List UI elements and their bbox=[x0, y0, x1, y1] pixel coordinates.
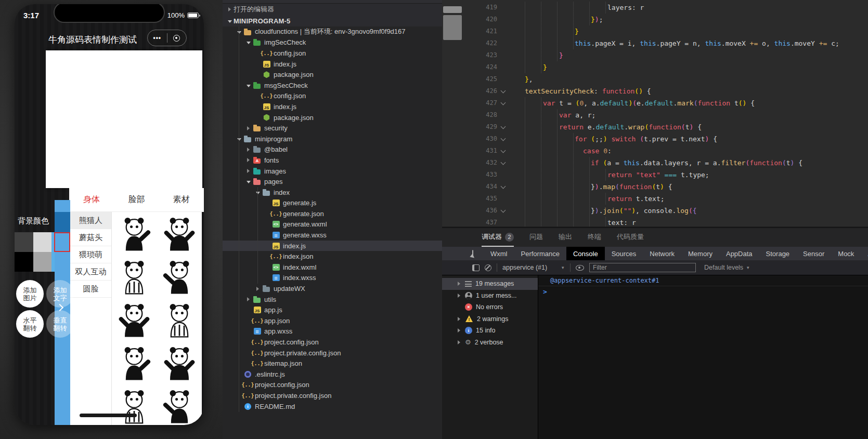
code-line[interactable]: 433return "text" === t.type; bbox=[442, 169, 868, 181]
tree-item[interactable]: generate.js bbox=[223, 198, 442, 209]
tree-item[interactable]: generate.wxss bbox=[223, 230, 442, 241]
devtools-tab-network[interactable]: Network bbox=[643, 247, 681, 260]
tree-item[interactable]: index.js bbox=[223, 59, 442, 70]
sticker-canvas[interactable] bbox=[46, 50, 202, 188]
code-editor[interactable]: 419layers: r420});421}422this.pageX = i,… bbox=[442, 0, 868, 227]
console-filter-row[interactable]: 2 warnings bbox=[442, 313, 538, 325]
tree-item[interactable]: .eslintrc.js bbox=[223, 369, 442, 380]
filter-input[interactable] bbox=[589, 263, 696, 272]
tree-item[interactable]: README.md bbox=[223, 401, 442, 412]
sidebar-toggle-icon[interactable] bbox=[472, 264, 480, 271]
devtools-tab-storage[interactable]: Storage bbox=[759, 247, 797, 260]
category-item[interactable]: 猥琐萌 bbox=[70, 246, 111, 263]
tree-item[interactable]: {..}project.private.config.json bbox=[223, 348, 442, 358]
panda-sticker[interactable] bbox=[115, 258, 153, 296]
code-line[interactable]: 424} bbox=[442, 61, 868, 73]
category-item[interactable]: 圆脸 bbox=[70, 281, 111, 298]
tree-item[interactable]: app.js bbox=[223, 304, 442, 315]
console-filter-row[interactable]: i15 info bbox=[442, 325, 538, 337]
code-line[interactable]: 427var t = (0, a.default)(e.default.mark… bbox=[442, 97, 868, 109]
category-item[interactable]: 蘑菇头 bbox=[70, 229, 111, 246]
debugger-tab[interactable]: 调试器2 bbox=[482, 228, 514, 247]
code-line[interactable]: 434}).map(function(t) { bbox=[442, 181, 868, 193]
devtools-tab-sources[interactable]: Sources bbox=[605, 247, 643, 260]
code-line[interactable]: 425}, bbox=[442, 73, 868, 85]
inspect-element-icon[interactable] bbox=[472, 250, 473, 257]
tree-item[interactable]: index.wxss bbox=[223, 273, 442, 284]
close-home-button[interactable] bbox=[167, 30, 187, 46]
clear-console-icon[interactable] bbox=[485, 264, 491, 271]
tree-item[interactable]: index.js bbox=[223, 101, 442, 112]
devtools-tab-appdata[interactable]: AppData bbox=[719, 247, 759, 260]
code-line[interactable]: 437text: r bbox=[442, 217, 868, 227]
tree-item[interactable]: @babel bbox=[223, 144, 442, 155]
tree-item[interactable]: {..}config.json bbox=[223, 91, 442, 102]
code-line[interactable]: 428var a, r; bbox=[442, 109, 868, 121]
code-line[interactable]: 429return e.default.wrap(function(t) { bbox=[442, 121, 868, 133]
fold-icon[interactable] bbox=[501, 160, 506, 165]
console-filter-row[interactable]: 1 user mess... bbox=[442, 290, 538, 302]
panda-sticker[interactable] bbox=[115, 215, 153, 252]
debugger-tab[interactable]: 输出 bbox=[559, 228, 572, 247]
devtools-tab-memory[interactable]: Memory bbox=[681, 247, 719, 260]
tree-item[interactable]: {..}project.config.json bbox=[223, 380, 442, 391]
color-swatch[interactable] bbox=[33, 252, 52, 272]
tree-item[interactable]: images bbox=[223, 166, 442, 177]
tree-item[interactable]: app.wxss bbox=[223, 326, 442, 337]
tree-item[interactable]: {..}config.json bbox=[223, 48, 442, 59]
category-item[interactable]: 双人互动 bbox=[70, 263, 111, 281]
tree-item[interactable]: index bbox=[223, 187, 442, 198]
tree-item[interactable]: {..}index.json bbox=[223, 251, 442, 262]
console-content[interactable]: @appservice-current-context#1 > bbox=[538, 275, 868, 439]
log-levels-dropdown[interactable]: Default levels ▼ bbox=[704, 264, 750, 271]
devtools-tab-sensor[interactable]: Sensor bbox=[796, 247, 831, 260]
tree-item[interactable]: {..}project.private.config.json bbox=[223, 390, 442, 401]
code-line[interactable]: 421} bbox=[442, 25, 868, 37]
live-expression-eye-icon[interactable] bbox=[576, 265, 584, 271]
color-swatch[interactable] bbox=[33, 232, 52, 252]
code-line[interactable]: 436}).join(""), console.log({ bbox=[442, 205, 868, 217]
color-swatch[interactable] bbox=[15, 232, 33, 252]
tree-item[interactable]: package.json bbox=[223, 112, 442, 123]
code-line[interactable]: 430for (;;) switch (t.prev = t.next) { bbox=[442, 133, 868, 145]
panda-sticker[interactable] bbox=[161, 215, 198, 252]
code-line[interactable]: 422this.pageX = i, this.pageY = n, this.… bbox=[442, 37, 868, 49]
tree-item[interactable]: index.js bbox=[223, 241, 442, 251]
action-button-添加图片[interactable]: 添加图片 bbox=[16, 280, 44, 308]
fold-icon[interactable] bbox=[501, 124, 506, 129]
fold-icon[interactable] bbox=[501, 100, 506, 105]
panda-sticker[interactable] bbox=[161, 258, 198, 296]
tree-item[interactable]: security bbox=[223, 123, 442, 134]
panda-sticker[interactable] bbox=[115, 301, 153, 339]
devtools-tab-performance[interactable]: Performance bbox=[514, 247, 566, 260]
tree-item[interactable]: pages bbox=[223, 176, 442, 187]
console-prompt[interactable]: > bbox=[538, 286, 868, 297]
execution-context-dropdown[interactable]: appservice (#1) ▼ bbox=[502, 264, 565, 271]
sim-tab[interactable]: 脸部 bbox=[114, 194, 159, 205]
panda-sticker[interactable] bbox=[115, 344, 153, 382]
debugger-tab[interactable]: 代码质量 bbox=[617, 228, 644, 247]
fold-icon[interactable] bbox=[501, 88, 506, 94]
debugger-tab[interactable]: 问题 bbox=[529, 228, 543, 247]
tree-item[interactable]: utils bbox=[223, 294, 442, 305]
code-line[interactable]: 423} bbox=[442, 49, 868, 61]
code-line[interactable]: 420}); bbox=[442, 14, 868, 25]
code-line[interactable]: 432if (a = this.data.layers, r = a.filte… bbox=[442, 157, 868, 169]
code-line[interactable]: 435return t.text; bbox=[442, 193, 868, 205]
fold-icon[interactable] bbox=[501, 136, 506, 141]
action-button-垂直翻转[interactable]: 垂直翻转 bbox=[46, 310, 74, 338]
tree-item[interactable]: imgSecCheck bbox=[223, 37, 442, 48]
tree-item[interactable]: {..}generate.json bbox=[223, 208, 442, 219]
color-swatch[interactable] bbox=[15, 252, 33, 272]
tree-item[interactable]: cloudfunctions | 当前环境: env-3gnovo9mf0f9d… bbox=[223, 26, 442, 37]
tree-item[interactable]: msgSecCheck bbox=[223, 80, 442, 91]
tree-item[interactable]: Afonts bbox=[223, 155, 442, 166]
action-button-添加文字[interactable]: 添加文字 bbox=[46, 280, 74, 308]
sim-tab[interactable]: 身体 bbox=[69, 194, 114, 205]
fold-icon[interactable] bbox=[501, 184, 506, 189]
tree-item[interactable]: package.json bbox=[223, 69, 442, 80]
console-filter-row[interactable]: ⚙2 verbose bbox=[442, 337, 538, 349]
tree-item[interactable]: {..}app.json bbox=[223, 315, 442, 326]
tree-item[interactable]: generate.wxml bbox=[223, 219, 442, 230]
sim-tab[interactable]: 素材 bbox=[159, 194, 204, 205]
